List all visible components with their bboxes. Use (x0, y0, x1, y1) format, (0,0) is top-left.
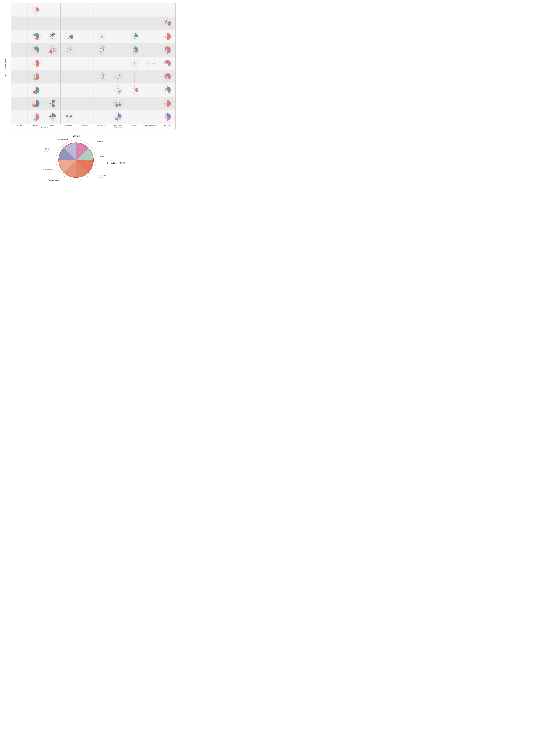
cell-86-heat_illness (159, 3, 176, 16)
cell-76-heart_failure (110, 70, 126, 83)
grid-row-72 (11, 97, 176, 110)
y-tick-76: 76 (8, 79, 11, 80)
label-non-alaskan: Non-Alaskan Native (98, 174, 107, 178)
rose-74-bronchitis (31, 85, 41, 96)
rose-76-bronchitis (31, 72, 41, 82)
rose-80-ischemia (129, 45, 140, 55)
rose-76-heart_failure (113, 72, 123, 82)
x-label-asthma: Asthma (11, 124, 28, 126)
cell-82-arrhythmia (77, 30, 94, 43)
rose-80-bronchitis (31, 45, 41, 55)
rose-76-ischemia (129, 72, 140, 82)
cell-70-bronchitis (28, 110, 44, 124)
grid-row-78 (11, 57, 176, 70)
cell-78-arrhythmia (77, 57, 94, 70)
x-axis: Asthma Bronchitis COPD Pneumonia Arrhyth… (11, 124, 176, 126)
cell-82-copd (44, 30, 61, 43)
rose-78-bronchitis (31, 58, 41, 69)
rose-80-copd (47, 45, 58, 55)
cell-72-ischemia (126, 97, 143, 110)
cell-84-myocardial (143, 16, 159, 30)
rose-78-ischemia (129, 58, 140, 69)
cell-84-arrhythmia (77, 16, 94, 30)
cell-78-copd (44, 57, 61, 70)
rose-72-copd (47, 98, 58, 109)
rose-78-heat_illness (162, 58, 173, 69)
label-lt15: <15 years-old (43, 169, 53, 171)
y-tick-70: 70 (8, 119, 11, 121)
cell-84-heat_illness (159, 16, 176, 30)
cell-78-bronchitis (28, 57, 44, 70)
rose-74-ischemia (129, 85, 140, 96)
grid-row-76 (11, 70, 176, 83)
y-tick-82: 82 (8, 38, 11, 39)
cell-80-bronchitis (28, 43, 44, 57)
cell-82-asthma (11, 30, 28, 43)
cell-78-ischemia (126, 57, 143, 70)
cell-74-heat_illness (159, 83, 176, 97)
cell-80-ischemia (126, 43, 143, 57)
x-label-arrhythmia: Arrhythmia (77, 124, 93, 126)
label-male: Male (100, 156, 104, 157)
cell-86-ischemia (126, 3, 143, 16)
legend-rose-container: Overall (54, 135, 98, 182)
rose-70-bronchitis (31, 112, 41, 122)
cell-76-cerebrovascular (94, 70, 110, 83)
label-age1565: 15-65 years-old (43, 148, 49, 152)
grid-row-80 (11, 43, 176, 57)
cell-70-ischemia (126, 110, 143, 124)
rose-70-heat_illness (162, 112, 173, 122)
null-legend-area: Null value (OR=1) (107, 162, 125, 164)
rose-70-pneumonia (64, 112, 74, 122)
x-label-pneumonia: Pneumonia (61, 124, 77, 126)
cell-80-asthma (11, 43, 28, 57)
cell-80-pneumonia (61, 43, 77, 57)
cell-78-heat_illness (159, 57, 176, 70)
rose-70-copd (47, 112, 58, 122)
cell-86-pneumonia (61, 3, 77, 16)
legend-rose-svg (54, 138, 98, 182)
rose-80-pneumonia (64, 45, 74, 55)
cell-82-bronchitis (28, 30, 44, 43)
label-female: Female (97, 141, 103, 143)
cell-86-asthma (11, 3, 28, 16)
cell-84-heart_failure (110, 16, 126, 30)
cell-78-asthma (11, 57, 28, 70)
cell-78-cerebrovascular (94, 57, 110, 70)
rose-82-pneumonia (64, 31, 74, 42)
cell-84-copd (44, 16, 61, 30)
cell-86-bronchitis (28, 3, 44, 16)
rose-78-myocardial (146, 58, 156, 69)
chart-section: Heat index threshold (°F) 86 84 82 80 78… (3, 3, 176, 129)
cell-72-pneumonia (61, 97, 77, 110)
cell-74-myocardial (143, 83, 159, 97)
cell-76-ischemia (126, 70, 143, 83)
cell-84-bronchitis (28, 16, 44, 30)
grid-area: Asthma Bronchitis COPD Pneumonia Arrhyth… (11, 3, 176, 128)
cell-82-heart_failure (110, 30, 126, 43)
bottom-section: Overall (3, 135, 176, 182)
rose-76-heat_illness (162, 72, 173, 82)
grid-row-86 (11, 3, 176, 16)
cell-82-heat_illness (159, 30, 176, 43)
cell-86-myocardial (143, 3, 159, 16)
cell-76-pneumonia (61, 70, 77, 83)
grid-row-84 (11, 16, 176, 30)
rose-80-heat_illness (162, 45, 173, 55)
y-tick-84: 84 (8, 24, 11, 26)
cell-76-myocardial (143, 70, 159, 83)
x-label-copd: COPD (44, 124, 61, 126)
cell-82-cerebrovascular (94, 30, 110, 43)
rose-84-heat_illness (162, 18, 173, 28)
cell-78-pneumonia (61, 57, 77, 70)
x-label-heat_illness: Heat illness (159, 124, 176, 126)
rose-82-heat_illness (162, 31, 173, 42)
cell-78-myocardial (143, 57, 159, 70)
cell-80-arrhythmia (77, 43, 94, 57)
cell-72-heat_illness (159, 97, 176, 110)
category-row: Respiratory Cardiovascular (11, 126, 176, 128)
rose-82-copd (47, 31, 58, 42)
cell-82-ischemia (126, 30, 143, 43)
rose-82-ischemia (129, 31, 140, 42)
x-label-cerebrovascular: Cerebrovascular (93, 124, 110, 126)
